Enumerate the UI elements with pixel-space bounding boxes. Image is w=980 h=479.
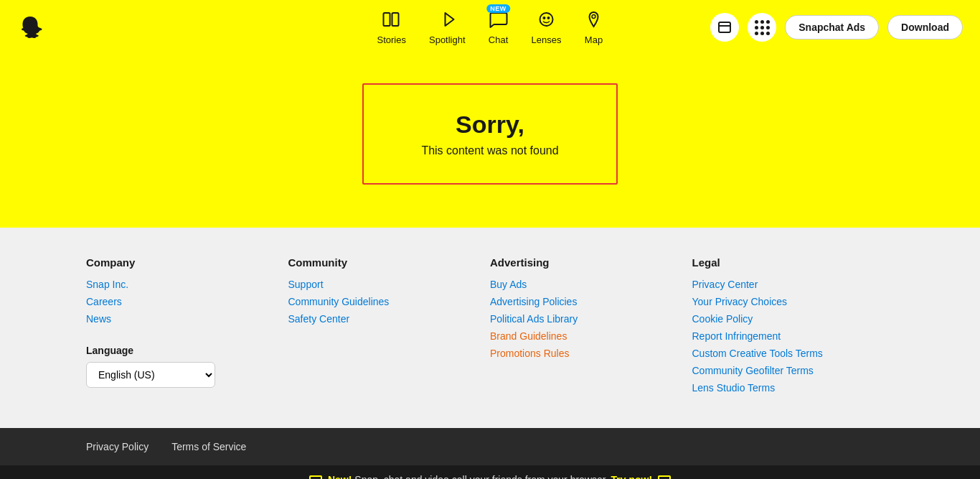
card-icon	[717, 19, 732, 35]
footer-link-political-ads[interactable]: Political Ads Library	[490, 313, 692, 325]
footer-link-lens-studio-terms[interactable]: Lens Studio Terms	[692, 382, 895, 394]
advertising-title: Advertising	[490, 256, 692, 269]
footer-link-your-privacy-choices[interactable]: Your Privacy Choices	[692, 296, 895, 307]
grid-icon-button[interactable]	[748, 13, 776, 42]
nav-map[interactable]: Map	[584, 10, 603, 45]
nav-chat[interactable]: NEW Chat	[489, 10, 509, 45]
footer-link-cookie-policy[interactable]: Cookie Policy	[692, 313, 895, 325]
language-select[interactable]: English (US) Español Français Deutsch 日本…	[86, 362, 215, 388]
card-icon-button[interactable]	[710, 13, 739, 42]
svg-point-6	[592, 14, 595, 18]
new-badge: NEW	[486, 4, 510, 13]
chat-label: Chat	[489, 34, 508, 45]
footer-link-safety-center[interactable]: Safety Center	[288, 313, 491, 325]
footer-link-advertising-policies[interactable]: Advertising Policies	[490, 296, 692, 307]
lenses-label: Lenses	[532, 34, 562, 45]
footer-terms-of-service[interactable]: Terms of Service	[171, 441, 246, 452]
footer-link-brand-guidelines[interactable]: Brand Guidelines	[490, 330, 692, 342]
promo-icon-right	[658, 475, 671, 479]
download-button[interactable]: Download	[887, 15, 963, 39]
svg-point-3	[540, 13, 553, 26]
footer-link-report-infringement[interactable]: Report Infringement	[692, 330, 895, 342]
footer-company: Company Snap Inc. Careers News Language …	[86, 256, 288, 399]
promo-cta[interactable]: Try now!	[611, 474, 652, 479]
footer-advertising: Advertising Buy Ads Advertising Policies…	[490, 256, 692, 399]
footer-link-privacy-center[interactable]: Privacy Center	[692, 279, 895, 290]
svg-rect-7	[719, 22, 730, 32]
error-box: Sorry, This content was not found	[362, 83, 617, 185]
promo-icon-left	[309, 475, 322, 479]
promo-banner: New! Snap, chat and video call your frie…	[0, 465, 980, 479]
main-nav: Stories Spotlight NEW Chat	[377, 10, 603, 45]
stories-icon	[382, 10, 401, 32]
error-subtitle: This content was not found	[421, 144, 558, 157]
footer-privacy-policy[interactable]: Privacy Policy	[86, 441, 149, 452]
svg-marker-2	[445, 13, 453, 26]
snapchat-logo[interactable]	[17, 14, 43, 40]
company-title: Company	[86, 256, 288, 269]
footer-link-promotions-rules[interactable]: Promotions Rules	[490, 348, 692, 359]
svg-point-5	[547, 17, 550, 19]
footer-link-careers[interactable]: Careers	[86, 296, 288, 307]
stories-label: Stories	[377, 34, 406, 45]
footer-link-community-guidelines[interactable]: Community Guidelines	[288, 296, 491, 307]
map-icon	[584, 10, 603, 32]
footer-link-community-geofilter[interactable]: Community Geofilter Terms	[692, 365, 895, 376]
promo-new-label: New!	[328, 474, 352, 479]
map-label: Map	[585, 34, 603, 45]
svg-point-4	[543, 17, 546, 19]
logo-icon	[17, 14, 43, 40]
footer-link-buy-ads[interactable]: Buy Ads	[490, 279, 692, 290]
chat-icon	[489, 14, 509, 32]
lenses-icon	[537, 10, 556, 32]
footer-columns: Company Snap Inc. Careers News Language …	[86, 256, 894, 399]
svg-rect-1	[392, 13, 399, 26]
promo-message: Snap, chat and video call your friends f…	[354, 474, 608, 479]
community-title: Community	[288, 256, 491, 269]
nav-stories[interactable]: Stories	[377, 10, 406, 45]
footer-link-news[interactable]: News	[86, 313, 288, 325]
footer-link-custom-creative-tools[interactable]: Custom Creative Tools Terms	[692, 348, 895, 359]
spotlight-label: Spotlight	[429, 34, 466, 45]
footer-bottom: Privacy Policy Terms of Service	[0, 428, 980, 465]
nav-spotlight[interactable]: Spotlight	[429, 10, 466, 45]
nav-lenses[interactable]: Lenses	[532, 10, 562, 45]
spotlight-icon	[438, 10, 456, 32]
language-label: Language	[86, 345, 288, 356]
footer-link-snap-inc[interactable]: Snap Inc.	[86, 279, 288, 290]
snapchat-ads-button[interactable]: Snapchat Ads	[785, 15, 879, 39]
header: Stories Spotlight NEW Chat	[0, 0, 980, 55]
svg-rect-0	[384, 13, 390, 26]
footer-community: Community Support Community Guidelines S…	[288, 256, 491, 399]
grid-dots-icon	[755, 20, 770, 35]
footer-link-support[interactable]: Support	[288, 279, 491, 290]
language-section: Language English (US) Español Français D…	[86, 345, 288, 388]
footer-legal: Legal Privacy Center Your Privacy Choice…	[692, 256, 895, 399]
header-right: Snapchat Ads Download	[710, 13, 963, 42]
legal-title: Legal	[692, 256, 895, 269]
main-content: Sorry, This content was not found	[0, 55, 980, 228]
error-title: Sorry,	[421, 111, 558, 139]
footer-main: Company Snap Inc. Careers News Language …	[0, 228, 980, 428]
